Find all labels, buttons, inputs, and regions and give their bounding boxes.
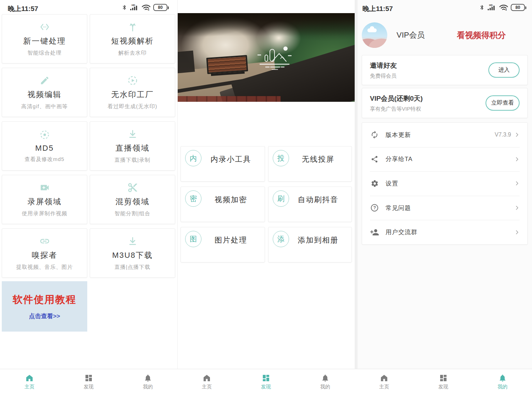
tool-label: 自动刷抖音 (289, 190, 347, 209)
feature-card-md5[interactable]: MD5 查看及修改md5 (2, 121, 87, 171)
card-subtitle: 智能综合处理 (28, 50, 62, 56)
menu-label: 用户交流群 (386, 228, 417, 236)
bell-icon (144, 373, 152, 383)
menu-item-user-group[interactable]: 用户交流群 (362, 220, 527, 244)
dashboard-grid-icon (262, 373, 270, 383)
card-title: 混剪领域 (116, 196, 150, 207)
feature-card-video-parse[interactable]: 短视频解析 解析去水印 (90, 14, 175, 63)
play-dashed-icon (127, 75, 138, 86)
tool-internal-record[interactable]: 内 内录小工具 (181, 146, 265, 182)
tab-label: 发现 (84, 384, 94, 390)
profile-header: VIP会员 看视频得积分 (362, 22, 528, 48)
watch-video-points-link[interactable]: 看视频得积分 (457, 30, 506, 41)
view-now-button[interactable]: 立即查看 (486, 95, 520, 111)
wifi-icon: 6 (142, 4, 151, 11)
md5-target-icon (39, 129, 50, 140)
tab-discover[interactable]: 发现 (252, 373, 280, 390)
invite-subtitle: 免费得会员 (370, 73, 397, 79)
bottom-nav: 主页 发现 我的 主页 发现 我的 (0, 369, 532, 394)
menu-item-version-update[interactable]: 版本更新 V7.3.9 (362, 123, 527, 147)
tab-mine[interactable]: 我的 (134, 373, 162, 390)
vip-status-card[interactable]: VIP会员(还剩0天) 享有免广告等VIP特权 立即查看 (362, 88, 528, 118)
clock: 晚上11:57 (8, 4, 38, 13)
person-add-icon (370, 228, 379, 237)
tab-discover[interactable]: 发现 (74, 373, 103, 390)
tool-badge: 添 (273, 231, 289, 247)
card-subtitle: 提取视频、音乐、图片 (16, 264, 73, 271)
tool-video-encrypt[interactable]: 密 视频加密 (181, 187, 265, 222)
feature-card-no-watermark[interactable]: 无水印工厂 看过即生成(无水印) (90, 68, 175, 117)
chevron-right-icon (515, 230, 520, 235)
tool-badge: 刷 (273, 190, 289, 207)
watermark-logo (255, 44, 294, 71)
invite-title: 邀请好友 (370, 61, 397, 70)
tab-label: 主页 (202, 384, 212, 390)
bell-icon (321, 373, 329, 383)
profile-panel: 晚上11:57 HD 6 80 VIP会员 看视频得积分 邀请好友 免费得会员 (355, 0, 532, 394)
invite-friends-card[interactable]: 邀请好友 免费得会员 进入 (362, 55, 528, 85)
tool-image-process[interactable]: 图 图片处理 (181, 227, 265, 262)
enter-button[interactable]: 进入 (488, 62, 520, 78)
card-subtitle: 使用录屏制作视频 (22, 210, 67, 217)
card-title: M3U8下载 (112, 250, 153, 261)
settings-menu-card: 版本更新 V7.3.9 分享给TA 设置 ? 常见问题 用户交流群 (362, 122, 528, 245)
feature-card-screen-record[interactable]: 录屏领域 使用录屏制作视频 (2, 175, 87, 224)
tab-label: 我的 (143, 384, 153, 390)
tool-label: 图片处理 (201, 231, 260, 249)
card-title: 短视频解析 (111, 36, 154, 46)
tool-badge: 密 (185, 190, 201, 207)
tab-home[interactable]: 主页 (193, 373, 221, 390)
menu-item-faq[interactable]: ? 常见问题 (362, 196, 527, 220)
tab-mine[interactable]: 我的 (488, 373, 517, 390)
tool-label: 视频加密 (201, 190, 260, 209)
tab-label: 主页 (379, 384, 389, 390)
tab-home[interactable]: 主页 (370, 373, 398, 390)
download-icon (127, 235, 138, 247)
clock: 晚上11:57 (362, 4, 393, 13)
chevron-right-icon (515, 181, 520, 186)
feature-card-m3u8[interactable]: M3U8下载 直播|点播下载 (90, 228, 175, 278)
tool-wireless-cast[interactable]: 投 无线投屏 (268, 146, 352, 182)
chevron-right-icon (515, 132, 520, 137)
feature-card-video-edit[interactable]: 视频编辑 高清gif、画中画等 (2, 68, 87, 117)
menu-item-settings[interactable]: 设置 (362, 171, 527, 196)
nav-group-home-screen: 主页 发现 我的 (0, 369, 177, 394)
discover-panel: 内 内录小工具 投 无线投屏 密 视频加密 刷 自动刷抖音 图 图片处理 添 添… (177, 0, 355, 394)
videocam-plus-icon (39, 182, 50, 193)
tab-mine[interactable]: 我的 (311, 373, 339, 390)
card-subtitle: 智能分割|组合 (115, 210, 150, 217)
menu-label: 常见问题 (386, 204, 411, 212)
tab-home[interactable]: 主页 (15, 373, 44, 390)
dashboard-grid-icon (84, 373, 93, 383)
app-screen: 晚上11:57 HD 6 80 新一键处理 智能综合处理 短视频解析 解析去水印 (0, 0, 532, 394)
bell-icon (498, 373, 507, 383)
tutorial-banner-link[interactable]: 点击查看>> (29, 312, 60, 320)
tool-auto-swipe[interactable]: 刷 自动刷抖音 (268, 187, 352, 222)
tool-badge: 投 (273, 150, 289, 166)
feature-card-one-key[interactable]: 新一键处理 智能综合处理 (2, 14, 87, 63)
pencil-icon (40, 75, 50, 86)
menu-label: 版本更新 (386, 131, 411, 139)
tutorial-banner[interactable]: 软件使用教程 点击查看>> (2, 281, 87, 332)
gear-icon (370, 179, 379, 188)
bluetooth-icon (122, 4, 127, 11)
feature-card-sniffer[interactable]: 嗅探者 提取视频、音乐、图片 (2, 228, 87, 278)
tab-label: 我的 (320, 384, 330, 390)
question-icon: ? (370, 203, 379, 212)
tab-label: 发现 (261, 384, 271, 390)
battery-level: 80 (515, 5, 520, 10)
avatar[interactable] (362, 22, 387, 48)
card-subtitle: 解析去水印 (118, 50, 147, 56)
vip-subtitle: 享有免广告等VIP特权 (370, 106, 423, 112)
tab-label: 主页 (24, 384, 34, 390)
tab-discover[interactable]: 发现 (429, 373, 458, 390)
tool-add-to-album[interactable]: 添 添加到相册 (268, 227, 352, 262)
promo-photo[interactable] (178, 13, 355, 102)
tab-label: 发现 (438, 384, 448, 390)
chevron-right-icon (515, 205, 520, 210)
feature-card-mix-cut[interactable]: 混剪领域 智能分割|组合 (90, 175, 175, 224)
menu-item-share[interactable]: 分享给TA (362, 147, 527, 172)
feature-card-live-domain[interactable]: 直播领域 直播下载|录制 (90, 121, 175, 171)
status-bar: 晚上11:57 HD 6 80 (358, 0, 532, 14)
status-bar: 晚上11:57 HD 6 80 (0, 0, 177, 14)
